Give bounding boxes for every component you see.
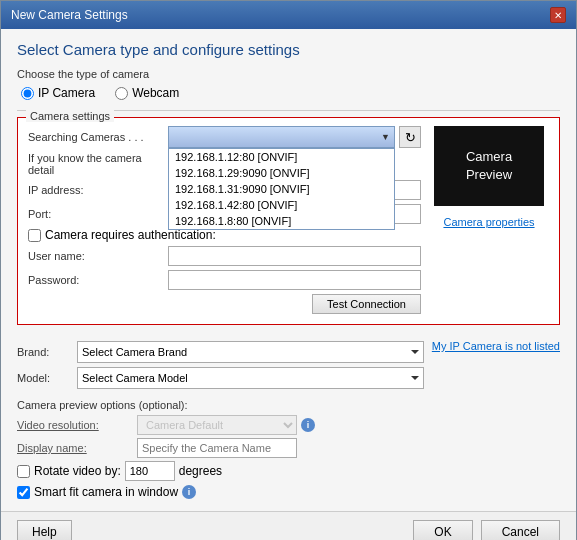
radio-webcam[interactable]: Webcam — [115, 86, 179, 100]
password-label: Password: — [28, 274, 168, 286]
display-name-row: Display name: — [17, 438, 560, 458]
camera-properties-link[interactable]: Camera properties — [443, 216, 534, 228]
detail-label: If you know the camera detail — [28, 152, 168, 176]
camera-dropdown-container: ▼ 192.168.1.12:80 [ONVIF] 192.168.1.29:9… — [168, 126, 395, 148]
video-res-select[interactable]: Camera Default — [137, 415, 297, 435]
radio-ip-label: IP Camera — [38, 86, 95, 100]
smart-fit-info-icon[interactable]: i — [182, 485, 196, 499]
searching-row: Searching Cameras . . . ▼ 192.168.1.12:8… — [28, 126, 421, 148]
auth-row: Camera requires authentication: — [28, 228, 421, 242]
model-label: Model: — [17, 372, 77, 384]
rotate-unit: degrees — [179, 464, 222, 478]
brand-row: Brand: Select Camera Brand — [17, 341, 424, 363]
video-res-info-icon[interactable]: i — [301, 418, 315, 432]
rotate-label: Rotate video by: — [34, 464, 121, 478]
username-row: User name: — [28, 246, 421, 266]
camera-dropdown-list: 192.168.1.12:80 [ONVIF] 192.168.1.29:909… — [168, 148, 395, 230]
camera-type-group: IP Camera Webcam — [17, 86, 560, 100]
ok-button[interactable]: OK — [413, 520, 472, 540]
dialog-body: Select Camera type and configure setting… — [1, 29, 576, 511]
camera-settings-right: CameraPreview Camera properties — [429, 126, 549, 316]
ip-label: IP address: — [28, 184, 168, 196]
window-title: New Camera Settings — [11, 8, 128, 22]
radio-ip-camera[interactable]: IP Camera — [21, 86, 95, 100]
right-col-links: Camera properties — [443, 216, 534, 228]
smart-fit-checkbox[interactable] — [17, 486, 30, 499]
camera-settings-inner: Searching Cameras . . . ▼ 192.168.1.12:8… — [28, 126, 549, 316]
title-bar: New Camera Settings ✕ — [1, 1, 576, 29]
smart-fit-label: Smart fit camera in window — [34, 485, 178, 499]
auth-label: Camera requires authentication: — [45, 228, 216, 242]
preview-options-section: Camera preview options (optional): Video… — [17, 399, 560, 499]
footer-left: Help — [17, 520, 72, 540]
smart-fit-row: Smart fit camera in window i — [17, 485, 560, 499]
display-name-input[interactable] — [137, 438, 297, 458]
video-res-control: Camera Default i — [137, 415, 560, 435]
dialog-footer: Help OK Cancel — [1, 511, 576, 540]
refresh-button[interactable]: ↻ — [399, 126, 421, 148]
display-name-control — [137, 438, 560, 458]
dropdown-item-4[interactable]: 192.168.1.42:80 [ONVIF] — [169, 197, 394, 213]
radio-webcam-label: Webcam — [132, 86, 179, 100]
camera-preview: CameraPreview — [434, 126, 544, 206]
model-select[interactable]: Select Camera Model — [77, 367, 424, 389]
my-ip-not-listed-link[interactable]: My IP Camera is not listed — [432, 340, 560, 352]
video-res-label: Video resolution: — [17, 419, 137, 431]
username-label: User name: — [28, 250, 168, 262]
preview-options-label: Camera preview options (optional): — [17, 399, 560, 411]
dropdown-item-3[interactable]: 192.168.1.31:9090 [ONVIF] — [169, 181, 394, 197]
display-name-label: Display name: — [17, 442, 137, 454]
rotate-input[interactable] — [125, 461, 175, 481]
my-ip-link-container: My IP Camera is not listed — [432, 335, 560, 353]
model-row: Model: Select Camera Model — [17, 367, 424, 389]
close-button[interactable]: ✕ — [550, 7, 566, 23]
camera-settings-left: Searching Cameras . . . ▼ 192.168.1.12:8… — [28, 126, 421, 316]
video-res-row: Video resolution: Camera Default i — [17, 415, 560, 435]
username-control — [168, 246, 421, 266]
dialog-heading: Select Camera type and configure setting… — [17, 41, 560, 58]
brand-model-container: Brand: Select Camera Brand Model: Select… — [17, 335, 560, 393]
camera-type-label: Choose the type of camera — [17, 68, 560, 80]
dropdown-item-5[interactable]: 192.168.1.8:80 [ONVIF] — [169, 213, 394, 229]
auth-checkbox[interactable] — [28, 229, 41, 242]
help-button[interactable]: Help — [17, 520, 72, 540]
test-connection-button[interactable]: Test Connection — [312, 294, 421, 314]
cancel-button[interactable]: Cancel — [481, 520, 560, 540]
password-input[interactable] — [168, 270, 421, 290]
username-input[interactable] — [168, 246, 421, 266]
dropdown-item-2[interactable]: 192.168.1.29:9090 [ONVIF] — [169, 165, 394, 181]
password-control — [168, 270, 421, 290]
camera-settings-legend: Camera settings — [26, 110, 114, 122]
rotate-row: Rotate video by: degrees — [17, 461, 560, 481]
rotate-checkbox[interactable] — [17, 465, 30, 478]
radio-ip-input[interactable] — [21, 87, 34, 100]
dialog-window: New Camera Settings ✕ Select Camera type… — [0, 0, 577, 540]
searching-label: Searching Cameras . . . — [28, 131, 168, 143]
brand-model-section: Brand: Select Camera Brand Model: Select… — [17, 341, 424, 393]
camera-dropdown[interactable]: ▼ — [168, 126, 395, 148]
camera-settings-box: Camera settings Searching Cameras . . . … — [17, 117, 560, 325]
radio-webcam-input[interactable] — [115, 87, 128, 100]
dropdown-arrow-icon: ▼ — [381, 132, 390, 142]
camera-preview-text: CameraPreview — [466, 148, 512, 184]
brand-label: Brand: — [17, 346, 77, 358]
dropdown-item-1[interactable]: 192.168.1.12:80 [ONVIF] — [169, 149, 394, 165]
brand-select[interactable]: Select Camera Brand — [77, 341, 424, 363]
password-row: Password: — [28, 270, 421, 290]
port-label: Port: — [28, 208, 168, 220]
searching-control: ▼ 192.168.1.12:80 [ONVIF] 192.168.1.29:9… — [168, 126, 421, 148]
footer-right: OK Cancel — [413, 520, 560, 540]
